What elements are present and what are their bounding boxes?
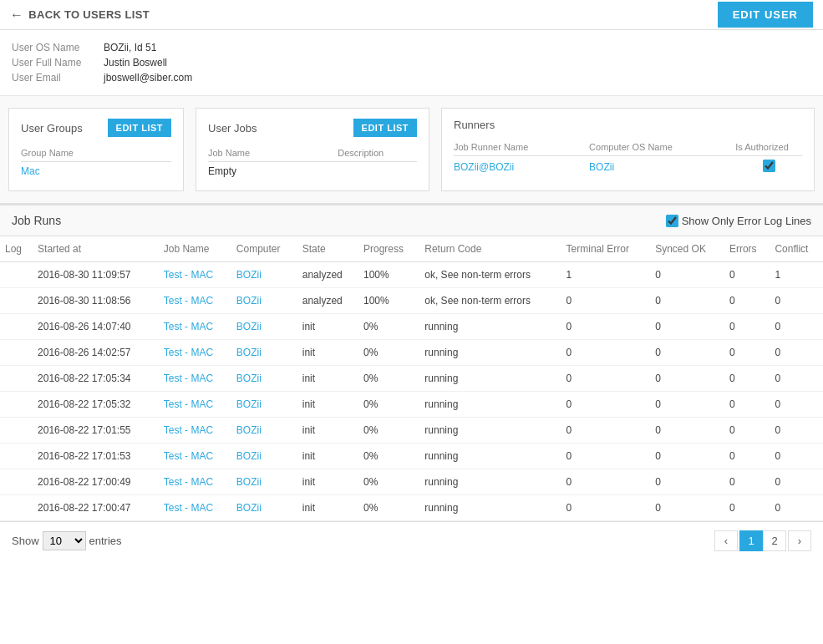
table-row: Empty [208, 162, 417, 181]
computer-link[interactable]: BOZii [236, 269, 262, 281]
job-name-link[interactable]: Test - MAC [164, 398, 213, 410]
synced-ok-cell: 0 [650, 288, 724, 314]
group-name-cell: Mac [21, 162, 171, 181]
runner-name-link[interactable]: BOZii@BOZii [454, 161, 514, 173]
started-cell: 2016-08-22 17:01:55 [33, 418, 159, 444]
log-cell [0, 262, 33, 288]
computer-link[interactable]: BOZii [236, 321, 262, 332]
progress-cell: 0% [358, 418, 419, 444]
user-groups-title: User Groups [21, 122, 83, 134]
next-page-button[interactable]: › [788, 530, 811, 551]
terminal-error-cell: 0 [561, 495, 651, 521]
computer-link[interactable]: BOZii [236, 398, 262, 410]
state-cell: init [297, 495, 358, 521]
computer-link[interactable]: BOZii [236, 476, 262, 488]
edit-user-button[interactable]: EDIT USER [718, 2, 813, 28]
job-runs-table-wrapper: Log Started at Job Name Computer State P… [0, 236, 823, 521]
entries-select[interactable]: 102550100 [43, 531, 86, 550]
show-label: Show [12, 535, 39, 547]
runner-os-link[interactable]: BOZii [589, 161, 614, 173]
email-label: User Email [12, 72, 104, 84]
col-os-name: Computer OS Name [589, 139, 735, 156]
os-name-value: BOZii, Id 51 [104, 42, 156, 53]
runner-auth-checkbox[interactable] [763, 160, 775, 172]
started-cell: 2016-08-22 17:00:49 [33, 469, 159, 495]
col-authorized: Is Authorized [735, 139, 802, 156]
table-row: 2016-08-22 17:00:47 Test - MAC BOZii ini… [0, 495, 823, 521]
job-name-link[interactable]: Test - MAC [164, 347, 213, 358]
errors-cell: 0 [724, 444, 770, 469]
prev-page-button[interactable]: ‹ [714, 530, 738, 551]
user-jobs-header: User Jobs EDIT LIST [208, 119, 417, 137]
computer-link[interactable]: BOZii [236, 373, 262, 384]
computer-cell: BOZii [231, 314, 297, 340]
return-code-cell: ok, See non-term errors [419, 262, 561, 288]
progress-cell: 100% [358, 262, 419, 288]
state-cell: init [297, 392, 358, 418]
synced-ok-cell: 0 [650, 340, 724, 366]
errors-cell: 0 [724, 392, 770, 418]
page-number-button[interactable]: 1 [739, 530, 763, 551]
job-name-link[interactable]: Test - MAC [164, 321, 213, 332]
table-footer: Show 102550100 entries ‹ 12 › [0, 521, 823, 560]
full-name-label: User Full Name [12, 57, 104, 68]
terminal-error-cell: 0 [561, 469, 651, 495]
back-to-users-link[interactable]: ← BACK TO USERS LIST [10, 8, 150, 23]
computer-link[interactable]: BOZii [236, 450, 262, 462]
job-runs-table: Log Started at Job Name Computer State P… [0, 236, 823, 521]
state-cell: init [297, 469, 358, 495]
computer-link[interactable]: BOZii [236, 502, 262, 514]
job-name-link[interactable]: Test - MAC [164, 373, 213, 384]
state-cell: init [297, 418, 358, 444]
job-name-cell: Empty [208, 162, 338, 181]
conflict-cell: 0 [770, 495, 823, 521]
state-cell: init [297, 314, 358, 340]
show-errors-checkbox[interactable] [666, 215, 678, 227]
job-name-link[interactable]: Test - MAC [164, 295, 213, 307]
computer-link[interactable]: BOZii [236, 424, 262, 436]
edit-groups-button[interactable]: EDIT LIST [108, 119, 171, 137]
col-conflict: Conflict [770, 236, 823, 262]
log-cell [0, 366, 33, 392]
progress-cell: 0% [358, 366, 419, 392]
page-number-button[interactable]: 2 [763, 530, 786, 551]
job-name-cell: Test - MAC [159, 340, 231, 366]
state-cell: analyzed [297, 262, 358, 288]
computer-link[interactable]: BOZii [236, 295, 262, 307]
computer-link[interactable]: BOZii [236, 347, 262, 358]
progress-cell: 0% [358, 392, 419, 418]
pagination: ‹ 12 › [714, 530, 811, 551]
job-name-cell: Test - MAC [159, 262, 231, 288]
errors-cell: 0 [724, 262, 770, 288]
errors-cell: 0 [724, 314, 770, 340]
job-name-link[interactable]: Test - MAC [164, 476, 213, 488]
runners-header: Runners [454, 119, 802, 131]
progress-cell: 0% [358, 444, 419, 469]
conflict-cell: 0 [770, 418, 823, 444]
progress-cell: 0% [358, 495, 419, 521]
job-name-link[interactable]: Test - MAC [164, 502, 213, 514]
show-errors-label[interactable]: Show Only Error Log Lines [666, 215, 811, 227]
col-description: Description [338, 145, 417, 162]
job-name-link[interactable]: Test - MAC [164, 450, 213, 462]
col-started: Started at [33, 236, 159, 262]
job-name-link[interactable]: Test - MAC [164, 424, 213, 436]
table-row: 2016-08-30 11:08:56 Test - MAC BOZii ana… [0, 288, 823, 314]
job-name-cell: Test - MAC [159, 418, 231, 444]
computer-cell: BOZii [231, 418, 297, 444]
runner-os-cell: BOZii [589, 156, 735, 179]
job-name-link[interactable]: Test - MAC [164, 269, 213, 281]
os-name-label: User OS Name [12, 42, 104, 53]
job-runs-header: Job Runs Show Only Error Log Lines [0, 205, 823, 236]
terminal-error-cell: 1 [561, 262, 651, 288]
col-log: Log [0, 236, 33, 262]
full-name-value: Justin Boswell [104, 57, 167, 68]
errors-cell: 0 [724, 288, 770, 314]
group-name-link[interactable]: Mac [21, 165, 40, 177]
col-return-code: Return Code [419, 236, 561, 262]
table-row: 2016-08-30 11:09:57 Test - MAC BOZii ana… [0, 262, 823, 288]
show-errors-text: Show Only Error Log Lines [682, 215, 811, 227]
edit-jobs-button[interactable]: EDIT LIST [353, 119, 417, 137]
synced-ok-cell: 0 [650, 444, 724, 469]
user-info-section: User OS Name BOZii, Id 51 User Full Name… [0, 30, 823, 96]
